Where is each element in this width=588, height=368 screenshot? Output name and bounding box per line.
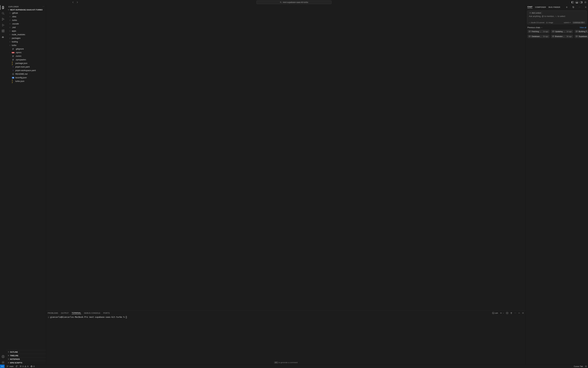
- tree-folder[interactable]: apps: [6, 29, 46, 33]
- sidebar-section[interactable]: NPM SCRIPTS: [6, 361, 46, 364]
- tree-file[interactable]: TStsconfig.json: [6, 76, 46, 79]
- message-icon: [552, 35, 554, 37]
- tree-root[interactable]: NEXT-SUPABASE-SAAS-KIT-TURBO: [6, 8, 46, 11]
- chat-tab-composer[interactable]: COMPOSER: [535, 6, 546, 8]
- nav-forward-icon[interactable]: [76, 1, 78, 3]
- previous-chats-toggle[interactable]: Previous chats: [527, 27, 543, 29]
- chat-history-chip[interactable]: Database Sc…2d ago: [527, 35, 549, 38]
- svg-point-10: [2, 20, 3, 20]
- panel-tab-problems[interactable]: PROBLEMS: [48, 312, 58, 314]
- tree-folder[interactable]: .zed: [6, 26, 46, 29]
- activity-scm-icon[interactable]: [1, 17, 5, 21]
- panel-close-icon[interactable]: [522, 312, 524, 314]
- add-context-label: Add context: [532, 12, 541, 14]
- chat-history-chip[interactable]: Updating Per…1d ago: [551, 30, 573, 33]
- tree-file[interactable]: !pnpm-lock.yaml: [6, 65, 46, 69]
- panel-tab-ports[interactable]: PORTS: [103, 312, 110, 314]
- cursor-tab-indicator[interactable]: Cursor Tab: [573, 365, 584, 367]
- chat-tab-chat[interactable]: CHAT: [527, 6, 532, 9]
- activity-search-icon[interactable]: [1, 11, 5, 15]
- tree-file[interactable]: npm.npmrc: [6, 51, 46, 54]
- codebase-hint[interactable]: codebase ⌘↵: [572, 21, 585, 24]
- tree-folder[interactable]: turbo: [6, 44, 46, 47]
- chat-input[interactable]: Add context Ask anything, @ to mention, …: [527, 10, 587, 24]
- terminal[interactable]: ○ giancarlo@Giancarlos-MacBook-Pro next-…: [46, 315, 526, 364]
- terminal-split-icon[interactable]: [506, 312, 508, 314]
- model-picker[interactable]: claude-3.5-sonnet: [529, 21, 544, 24]
- chat-placeholder: Ask anything, @ to mention, ↑↓ to select: [529, 14, 585, 18]
- svg-point-18: [3, 362, 4, 363]
- tree-item-label: .turbo: [12, 19, 17, 21]
- sidebar-section[interactable]: TIMELINE: [6, 354, 46, 357]
- chat-history-chip[interactable]: Brainstormin…3d ago: [551, 35, 573, 38]
- activity-explorer-icon[interactable]: [1, 6, 5, 9]
- chat-history-icon[interactable]: [572, 6, 574, 8]
- panel-tab-output[interactable]: OUTPUT: [61, 312, 69, 314]
- terminal-new-icon[interactable]: [500, 312, 504, 314]
- chat-tab-bug-finder[interactable]: BUG FINDER: [549, 6, 560, 8]
- activity-accounts-icon[interactable]: [1, 355, 5, 359]
- svg-rect-15: [3, 30, 4, 31]
- chat-more-icon[interactable]: ⋯: [579, 6, 580, 8]
- cursor-tab-label: Cursor Tab: [574, 365, 583, 367]
- toggle-left-panel-icon[interactable]: [571, 1, 574, 4]
- remote-indicator[interactable]: [0, 365, 5, 368]
- tree-item-label: tooling: [12, 41, 18, 43]
- chat-history-chip[interactable]: Supabase Mi…3d ago: [574, 35, 588, 38]
- settings-gear-icon[interactable]: [584, 1, 587, 4]
- add-context-button[interactable]: Add context: [529, 12, 542, 14]
- tree-folder[interactable]: packages: [6, 36, 46, 40]
- explorer-more-icon[interactable]: ⋯: [42, 6, 44, 8]
- search-project-label: next-supabase-saas-kit-turbo: [283, 1, 308, 3]
- svg-rect-26: [576, 31, 577, 32]
- tree-folder[interactable]: .turbo: [6, 18, 46, 22]
- panel-tab-terminal[interactable]: TERMINAL: [72, 312, 81, 314]
- activity-docker-icon[interactable]: [1, 35, 5, 39]
- tree-file[interactable]: { }turbo.json: [6, 79, 46, 83]
- submit-hint[interactable]: submit ↵: [564, 21, 571, 24]
- sidebar-section[interactable]: OUTLINE: [6, 350, 46, 354]
- chat-history-chip[interactable]: Fetching and…1d ago: [527, 30, 549, 33]
- activity-run-debug-icon[interactable]: [1, 23, 5, 27]
- view-all-link[interactable]: View all: [580, 27, 586, 29]
- ports-indicator[interactable]: 0: [29, 365, 35, 368]
- terminal-profile-button[interactable]: zsh: [492, 312, 498, 314]
- terminal-delete-icon[interactable]: [510, 312, 512, 314]
- tree-file[interactable]: README.md: [6, 72, 46, 76]
- tree-item-label: .npmrc: [15, 51, 21, 54]
- panel-tab-debug-console[interactable]: DEBUG CONSOLE: [84, 312, 100, 314]
- chat-history-chip[interactable]: Building Tea…2d ago: [574, 30, 588, 33]
- tree-folder[interactable]: .github: [6, 11, 46, 15]
- chat-close-icon[interactable]: [585, 6, 587, 8]
- toggle-bottom-panel-icon[interactable]: [576, 1, 578, 4]
- file-icon: TS: [12, 76, 14, 79]
- chat-new-icon[interactable]: [566, 6, 568, 8]
- tree-file[interactable]: { }package.json: [6, 62, 46, 65]
- sidebar-section[interactable]: NOTEPADS: [6, 357, 46, 361]
- tree-file[interactable]: .nvmrc: [6, 54, 46, 58]
- branch-indicator[interactable]: main: [6, 365, 15, 367]
- nav-back-icon[interactable]: [72, 1, 74, 3]
- terminal-more-icon[interactable]: ⋯: [514, 312, 516, 314]
- notifications-icon[interactable]: [584, 365, 588, 367]
- chat-chip-title: Fetching and…: [532, 30, 542, 32]
- command-center-search[interactable]: next-supabase-saas-kit-turbo: [256, 0, 332, 4]
- activity-manage-icon[interactable]: [1, 360, 5, 364]
- titlebar: next-supabase-saas-kit-turbo: [0, 0, 588, 5]
- toggle-right-panel-icon[interactable]: [580, 1, 582, 4]
- tree-file[interactable]: .gitignore: [6, 47, 46, 51]
- problems-indicator[interactable]: 0 0: [19, 365, 29, 367]
- sync-button[interactable]: [15, 365, 19, 367]
- tree-folder[interactable]: node_modules: [6, 33, 46, 36]
- chevron-right-icon: [9, 19, 11, 21]
- tree-folder[interactable]: .idea: [6, 15, 46, 18]
- tree-item-label: turbo.json: [15, 80, 24, 82]
- image-attach-button[interactable]: image: [546, 21, 553, 24]
- tree-folder[interactable]: .vscode: [6, 22, 46, 26]
- tree-folder[interactable]: tooling: [6, 40, 46, 44]
- activity-extensions-icon[interactable]: [1, 29, 5, 33]
- tree-file[interactable]: .syncpackrc: [6, 58, 46, 62]
- panel-maximize-icon[interactable]: [518, 312, 520, 314]
- errors-count: 0: [22, 365, 24, 367]
- tree-file[interactable]: !pnpm-workspace.yaml: [6, 69, 46, 72]
